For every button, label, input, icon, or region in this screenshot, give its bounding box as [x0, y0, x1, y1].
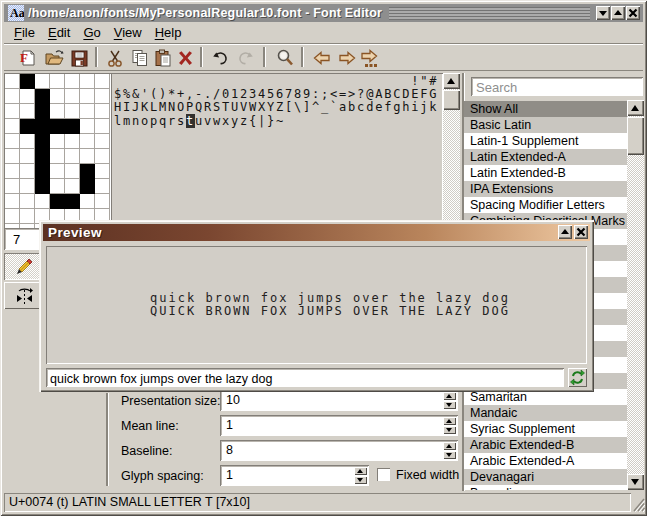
dialog-maximize-button[interactable]	[558, 225, 572, 239]
glyph-pixel[interactable]	[35, 104, 50, 119]
minimize-button[interactable]	[596, 6, 610, 20]
charmap-row[interactable]: lmnopqrstuvwxyz{|}~	[114, 115, 285, 129]
spin-up-button[interactable]	[354, 467, 367, 475]
copy-button[interactable]	[130, 48, 150, 68]
menu-view[interactable]: View	[114, 25, 142, 40]
menu-file[interactable]: File	[14, 25, 35, 40]
block-list-item-arabic-extended-b[interactable]: Arabic Extended-B	[464, 437, 644, 453]
block-list-item-syriac-supplement[interactable]: Syriac Supplement	[464, 421, 644, 437]
glyph-width-value: 7	[13, 232, 20, 247]
block-list-item-latin-1-supplement[interactable]: Latin-1 Supplement	[464, 133, 644, 149]
panel-separator-form	[106, 393, 108, 486]
resize-grip[interactable]	[632, 495, 645, 512]
block-list-item-spacing-modifier-letters[interactable]: Spacing Modifier Letters	[464, 197, 644, 213]
open-file-button[interactable]	[44, 48, 64, 68]
previous-glyph-icon	[311, 48, 333, 68]
preview-text-area: quick brown fox jumps over the lazy dog …	[46, 246, 587, 364]
save-file-button[interactable]	[69, 48, 89, 68]
glyph-pixel[interactable]	[50, 194, 65, 209]
spinner	[443, 417, 456, 434]
menu-help[interactable]: Help	[155, 25, 182, 40]
glyph-pixel[interactable]	[65, 194, 80, 209]
title-bar[interactable]: Aa /home/anon/fonts/MyPersonalRegular10.…	[4, 4, 643, 22]
block-list-item-latin-extended-b[interactable]: Latin Extended-B	[464, 165, 644, 181]
search-button[interactable]	[275, 48, 295, 68]
spin-up-icon	[446, 444, 452, 448]
glyph-pixel[interactable]	[80, 179, 95, 194]
glyph-pixel[interactable]	[20, 119, 35, 134]
glyph-pixel[interactable]	[20, 74, 35, 89]
glyph-pixel[interactable]	[35, 179, 50, 194]
glyph-pixel[interactable]	[35, 119, 50, 134]
spinner	[443, 392, 456, 409]
refresh-preview-button[interactable]	[568, 368, 587, 387]
cut-button[interactable]	[105, 48, 125, 68]
goto-glyph-button[interactable]	[358, 48, 378, 68]
block-list-item-bengali[interactable]: Bengali	[464, 485, 644, 490]
menu-edit[interactable]: Edit	[48, 25, 70, 40]
glyph-pixel[interactable]	[35, 164, 50, 179]
spinbox-presentation-size[interactable]: 10	[220, 390, 458, 411]
new-file-icon: F	[17, 48, 37, 68]
block-list-item-basic-latin[interactable]: Basic Latin	[464, 117, 644, 133]
charmap-selected-char[interactable]: t	[186, 114, 195, 128]
copy-icon	[130, 48, 150, 68]
spinbox-glyph-spacing[interactable]: 1	[220, 465, 369, 486]
paste-button[interactable]	[153, 48, 173, 68]
spin-up-button[interactable]	[443, 417, 456, 425]
toolbar-separator	[301, 47, 303, 67]
menu-go[interactable]: Go	[83, 25, 100, 40]
block-list-item-show-all[interactable]: Show All	[464, 101, 644, 117]
window-title: /home/anon/fonts/MyPersonalRegular10.fon…	[28, 6, 382, 20]
maximize-icon	[614, 10, 622, 15]
spin-up-button[interactable]	[443, 442, 456, 450]
next-glyph-button[interactable]	[336, 48, 356, 68]
preview-line-uppercase: QUICK BROWN FOX JUMPS OVER THE LAZY DOG	[150, 305, 510, 318]
spin-down-button[interactable]	[443, 426, 456, 434]
charmap-scroll-thumb[interactable]	[443, 90, 460, 110]
block-list-scrollbar[interactable]	[627, 100, 644, 490]
glyph-pixel[interactable]	[65, 119, 80, 134]
pencil-icon	[14, 257, 34, 277]
form-label-baseline: Baseline:	[121, 444, 172, 458]
dialog-close-button[interactable]	[574, 225, 588, 239]
charmap-scroll-up-button[interactable]	[443, 73, 460, 89]
glyph-editor-canvas[interactable]	[4, 73, 111, 229]
glyph-pixel-grid[interactable]	[5, 74, 110, 228]
maximize-button[interactable]	[611, 6, 625, 20]
preview-text-input[interactable]	[46, 368, 564, 387]
spin-down-button[interactable]	[443, 401, 456, 409]
preview-dialog-title-bar[interactable]: Preview	[43, 224, 590, 241]
glyph-pixel[interactable]	[35, 89, 50, 104]
block-list-item-latin-extended-a[interactable]: Latin Extended-A	[464, 149, 644, 165]
spin-up-icon	[446, 394, 452, 398]
list-scroll-down-button[interactable]	[627, 474, 644, 490]
spin-up-button[interactable]	[443, 392, 456, 400]
block-list-item-devanagari[interactable]: Devanagari	[464, 469, 644, 485]
search-icon	[275, 48, 295, 68]
spin-down-button[interactable]	[443, 451, 456, 459]
block-list-item-ipa-extensions[interactable]: IPA Extensions	[464, 181, 644, 197]
delete-button[interactable]	[175, 48, 195, 68]
new-file-button[interactable]: F	[17, 48, 37, 68]
previous-glyph-button[interactable]	[311, 48, 331, 68]
redo-button[interactable]	[236, 48, 256, 68]
spin-down-button[interactable]	[354, 476, 367, 484]
block-list-item-mandaic[interactable]: Mandaic	[464, 405, 644, 421]
redo-icon	[236, 48, 256, 68]
glyph-pixel[interactable]	[50, 119, 65, 134]
glyph-pixel[interactable]	[35, 149, 50, 164]
mirror-icon	[14, 286, 36, 306]
search-input[interactable]	[471, 77, 643, 96]
form-label-glyph-spacing: Glyph spacing:	[121, 469, 204, 483]
block-list-item-arabic-extended-a[interactable]: Arabic Extended-A	[464, 453, 644, 469]
spinbox-mean-line[interactable]: 1	[220, 415, 458, 436]
spinbox-baseline[interactable]: 8	[220, 440, 458, 461]
glyph-pixel[interactable]	[35, 134, 50, 149]
list-scroll-thumb[interactable]	[627, 117, 644, 155]
fixed-width-checkbox[interactable]	[377, 468, 390, 481]
glyph-pixel[interactable]	[80, 164, 95, 179]
list-scroll-up-button[interactable]	[627, 100, 644, 116]
undo-button[interactable]	[210, 48, 230, 68]
close-button[interactable]	[626, 6, 640, 20]
